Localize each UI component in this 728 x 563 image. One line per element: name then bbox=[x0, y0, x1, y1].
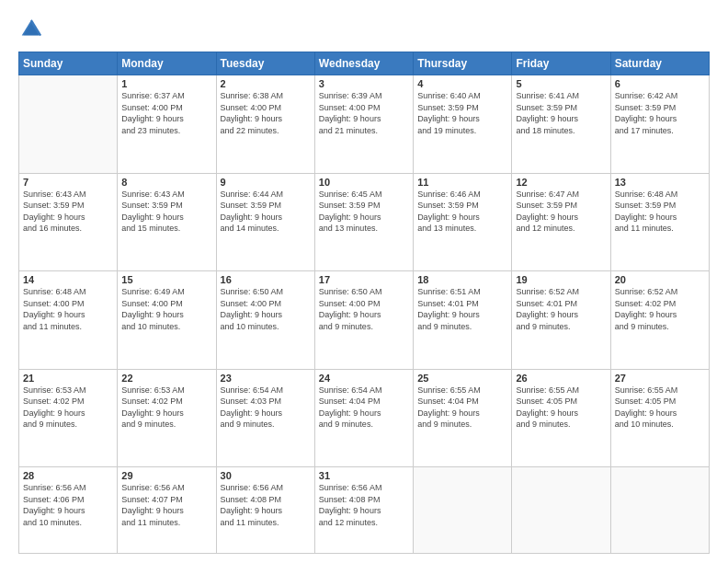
calendar-cell: 6Sunrise: 6:42 AM Sunset: 3:59 PM Daylig… bbox=[610, 75, 709, 174]
day-info: Sunrise: 6:43 AM Sunset: 3:59 PM Dayligh… bbox=[121, 189, 211, 235]
day-number: 6 bbox=[615, 78, 705, 89]
day-info: Sunrise: 6:55 AM Sunset: 4:05 PM Dayligh… bbox=[615, 385, 705, 431]
weekday-header: Monday bbox=[118, 52, 216, 75]
calendar-cell: 7Sunrise: 6:43 AM Sunset: 3:59 PM Daylig… bbox=[19, 173, 118, 271]
calendar-cell: 26Sunrise: 6:55 AM Sunset: 4:05 PM Dayli… bbox=[512, 369, 610, 467]
calendar-cell: 9Sunrise: 6:44 AM Sunset: 3:59 PM Daylig… bbox=[216, 173, 314, 271]
weekday-header: Friday bbox=[512, 52, 610, 75]
day-info: Sunrise: 6:48 AM Sunset: 3:59 PM Dayligh… bbox=[615, 189, 705, 235]
calendar-cell bbox=[19, 75, 118, 174]
day-number: 2 bbox=[221, 78, 311, 89]
day-number: 13 bbox=[615, 177, 705, 188]
day-info: Sunrise: 6:53 AM Sunset: 4:02 PM Dayligh… bbox=[23, 385, 113, 431]
calendar-cell: 11Sunrise: 6:46 AM Sunset: 3:59 PM Dayli… bbox=[414, 173, 512, 271]
calendar-cell: 1Sunrise: 6:37 AM Sunset: 4:00 PM Daylig… bbox=[118, 75, 216, 174]
day-info: Sunrise: 6:54 AM Sunset: 4:04 PM Dayligh… bbox=[319, 385, 409, 431]
day-number: 19 bbox=[516, 274, 606, 285]
calendar-cell: 13Sunrise: 6:48 AM Sunset: 3:59 PM Dayli… bbox=[610, 173, 709, 271]
logo-icon bbox=[18, 17, 44, 42]
calendar-cell: 18Sunrise: 6:51 AM Sunset: 4:01 PM Dayli… bbox=[414, 271, 512, 370]
calendar-cell: 22Sunrise: 6:53 AM Sunset: 4:02 PM Dayli… bbox=[118, 369, 216, 467]
week-row: 28Sunrise: 6:56 AM Sunset: 4:06 PM Dayli… bbox=[19, 467, 710, 554]
day-info: Sunrise: 6:42 AM Sunset: 3:59 PM Dayligh… bbox=[615, 90, 705, 136]
day-info: Sunrise: 6:41 AM Sunset: 3:59 PM Dayligh… bbox=[516, 90, 606, 136]
calendar-cell: 12Sunrise: 6:47 AM Sunset: 3:59 PM Dayli… bbox=[512, 173, 610, 271]
weekday-header: Saturday bbox=[610, 52, 709, 75]
calendar-cell bbox=[610, 467, 709, 554]
day-info: Sunrise: 6:44 AM Sunset: 3:59 PM Dayligh… bbox=[221, 189, 311, 235]
day-number: 14 bbox=[23, 274, 113, 285]
day-number: 23 bbox=[221, 373, 311, 384]
day-info: Sunrise: 6:50 AM Sunset: 4:00 PM Dayligh… bbox=[319, 286, 409, 332]
day-number: 7 bbox=[23, 177, 113, 188]
day-info: Sunrise: 6:56 AM Sunset: 4:08 PM Dayligh… bbox=[221, 482, 311, 528]
week-row: 21Sunrise: 6:53 AM Sunset: 4:02 PM Dayli… bbox=[19, 369, 710, 467]
day-info: Sunrise: 6:38 AM Sunset: 4:00 PM Dayligh… bbox=[221, 90, 311, 136]
day-number: 30 bbox=[221, 470, 311, 481]
calendar-cell: 10Sunrise: 6:45 AM Sunset: 3:59 PM Dayli… bbox=[314, 173, 413, 271]
day-info: Sunrise: 6:45 AM Sunset: 3:59 PM Dayligh… bbox=[319, 189, 409, 235]
calendar-cell: 28Sunrise: 6:56 AM Sunset: 4:06 PM Dayli… bbox=[19, 467, 118, 554]
day-number: 4 bbox=[417, 78, 507, 89]
day-number: 28 bbox=[23, 470, 113, 481]
day-info: Sunrise: 6:52 AM Sunset: 4:01 PM Dayligh… bbox=[516, 286, 606, 332]
day-number: 5 bbox=[516, 78, 606, 89]
calendar-table: SundayMondayTuesdayWednesdayThursdayFrid… bbox=[18, 52, 710, 554]
calendar-cell: 30Sunrise: 6:56 AM Sunset: 4:08 PM Dayli… bbox=[216, 467, 314, 554]
day-number: 29 bbox=[121, 470, 211, 481]
day-number: 25 bbox=[417, 373, 507, 384]
day-info: Sunrise: 6:43 AM Sunset: 3:59 PM Dayligh… bbox=[23, 189, 113, 235]
weekday-header: Tuesday bbox=[216, 52, 314, 75]
day-info: Sunrise: 6:50 AM Sunset: 4:00 PM Dayligh… bbox=[221, 286, 311, 332]
calendar-cell: 2Sunrise: 6:38 AM Sunset: 4:00 PM Daylig… bbox=[216, 75, 314, 174]
header-row: SundayMondayTuesdayWednesdayThursdayFrid… bbox=[19, 52, 710, 75]
day-number: 15 bbox=[121, 274, 211, 285]
day-info: Sunrise: 6:55 AM Sunset: 4:05 PM Dayligh… bbox=[516, 385, 606, 431]
day-number: 16 bbox=[221, 274, 311, 285]
calendar-cell: 5Sunrise: 6:41 AM Sunset: 3:59 PM Daylig… bbox=[512, 75, 610, 174]
day-info: Sunrise: 6:56 AM Sunset: 4:06 PM Dayligh… bbox=[23, 482, 113, 528]
day-number: 26 bbox=[516, 373, 606, 384]
week-row: 7Sunrise: 6:43 AM Sunset: 3:59 PM Daylig… bbox=[19, 173, 710, 271]
day-info: Sunrise: 6:52 AM Sunset: 4:02 PM Dayligh… bbox=[615, 286, 705, 332]
day-number: 8 bbox=[121, 177, 211, 188]
weekday-header: Sunday bbox=[19, 52, 118, 75]
calendar-cell: 27Sunrise: 6:55 AM Sunset: 4:05 PM Dayli… bbox=[610, 369, 709, 467]
day-info: Sunrise: 6:39 AM Sunset: 4:00 PM Dayligh… bbox=[319, 90, 409, 136]
calendar-cell: 20Sunrise: 6:52 AM Sunset: 4:02 PM Dayli… bbox=[610, 271, 709, 370]
week-row: 1Sunrise: 6:37 AM Sunset: 4:00 PM Daylig… bbox=[19, 75, 710, 174]
weekday-header: Thursday bbox=[414, 52, 512, 75]
day-info: Sunrise: 6:56 AM Sunset: 4:07 PM Dayligh… bbox=[121, 482, 211, 528]
day-number: 3 bbox=[319, 78, 409, 89]
day-info: Sunrise: 6:55 AM Sunset: 4:04 PM Dayligh… bbox=[417, 385, 507, 431]
calendar-cell: 31Sunrise: 6:56 AM Sunset: 4:08 PM Dayli… bbox=[314, 467, 413, 554]
day-number: 11 bbox=[417, 177, 507, 188]
calendar-cell: 8Sunrise: 6:43 AM Sunset: 3:59 PM Daylig… bbox=[118, 173, 216, 271]
calendar-cell: 19Sunrise: 6:52 AM Sunset: 4:01 PM Dayli… bbox=[512, 271, 610, 370]
calendar-cell: 21Sunrise: 6:53 AM Sunset: 4:02 PM Dayli… bbox=[19, 369, 118, 467]
calendar-cell: 4Sunrise: 6:40 AM Sunset: 3:59 PM Daylig… bbox=[414, 75, 512, 174]
day-info: Sunrise: 6:40 AM Sunset: 3:59 PM Dayligh… bbox=[417, 90, 507, 136]
day-info: Sunrise: 6:46 AM Sunset: 3:59 PM Dayligh… bbox=[417, 189, 507, 235]
calendar-cell bbox=[414, 467, 512, 554]
day-number: 20 bbox=[615, 274, 705, 285]
day-info: Sunrise: 6:54 AM Sunset: 4:03 PM Dayligh… bbox=[221, 385, 311, 431]
calendar-cell: 14Sunrise: 6:48 AM Sunset: 4:00 PM Dayli… bbox=[19, 271, 118, 370]
calendar-cell: 16Sunrise: 6:50 AM Sunset: 4:00 PM Dayli… bbox=[216, 271, 314, 370]
day-number: 24 bbox=[319, 373, 409, 384]
week-row: 14Sunrise: 6:48 AM Sunset: 4:00 PM Dayli… bbox=[19, 271, 710, 370]
page: SundayMondayTuesdayWednesdayThursdayFrid… bbox=[0, 0, 728, 563]
day-number: 22 bbox=[121, 373, 211, 384]
day-info: Sunrise: 6:51 AM Sunset: 4:01 PM Dayligh… bbox=[417, 286, 507, 332]
weekday-header: Wednesday bbox=[314, 52, 413, 75]
day-number: 12 bbox=[516, 177, 606, 188]
day-number: 21 bbox=[23, 373, 113, 384]
day-number: 27 bbox=[615, 373, 705, 384]
day-number: 9 bbox=[221, 177, 311, 188]
day-info: Sunrise: 6:56 AM Sunset: 4:08 PM Dayligh… bbox=[319, 482, 409, 528]
day-info: Sunrise: 6:53 AM Sunset: 4:02 PM Dayligh… bbox=[121, 385, 211, 431]
calendar-cell: 25Sunrise: 6:55 AM Sunset: 4:04 PM Dayli… bbox=[414, 369, 512, 467]
header bbox=[18, 17, 710, 42]
calendar-cell: 29Sunrise: 6:56 AM Sunset: 4:07 PM Dayli… bbox=[118, 467, 216, 554]
calendar-cell: 24Sunrise: 6:54 AM Sunset: 4:04 PM Dayli… bbox=[314, 369, 413, 467]
